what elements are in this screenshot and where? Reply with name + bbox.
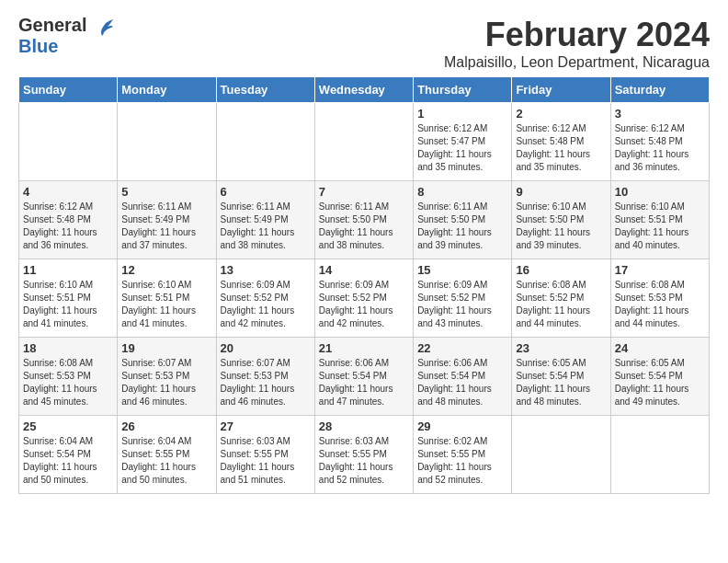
calendar-header-row: SundayMondayTuesdayWednesdayThursdayFrid… (19, 77, 710, 103)
day-info: Sunrise: 6:03 AM Sunset: 5:55 PM Dayligh… (319, 435, 409, 487)
calendar-cell: 4Sunrise: 6:12 AM Sunset: 5:48 PM Daylig… (19, 181, 118, 259)
day-info: Sunrise: 6:02 AM Sunset: 5:55 PM Dayligh… (417, 435, 507, 487)
calendar-cell: 2Sunrise: 6:12 AM Sunset: 5:48 PM Daylig… (512, 103, 610, 181)
day-info: Sunrise: 6:12 AM Sunset: 5:48 PM Dayligh… (516, 122, 606, 174)
calendar-week-row: 25Sunrise: 6:04 AM Sunset: 5:54 PM Dayli… (19, 416, 710, 494)
day-number: 9 (516, 185, 606, 199)
day-number: 5 (121, 185, 211, 199)
day-number: 28 (319, 419, 409, 433)
calendar-table: SundayMondayTuesdayWednesdayThursdayFrid… (18, 76, 710, 494)
day-number: 15 (417, 263, 507, 277)
day-number: 3 (615, 107, 705, 121)
day-info: Sunrise: 6:07 AM Sunset: 5:53 PM Dayligh… (121, 357, 211, 408)
day-info: Sunrise: 6:06 AM Sunset: 5:54 PM Dayligh… (319, 357, 409, 408)
day-number: 10 (615, 185, 705, 199)
calendar-week-row: 11Sunrise: 6:10 AM Sunset: 5:51 PM Dayli… (19, 259, 710, 338)
day-info: Sunrise: 6:11 AM Sunset: 5:50 PM Dayligh… (319, 201, 409, 252)
calendar-cell (118, 103, 216, 181)
calendar-cell: 3Sunrise: 6:12 AM Sunset: 5:48 PM Daylig… (610, 103, 709, 181)
day-info: Sunrise: 6:08 AM Sunset: 5:53 PM Dayligh… (615, 279, 705, 330)
calendar-cell: 23Sunrise: 6:05 AM Sunset: 5:54 PM Dayli… (512, 338, 610, 416)
day-info: Sunrise: 6:09 AM Sunset: 5:52 PM Dayligh… (221, 279, 311, 330)
day-info: Sunrise: 6:11 AM Sunset: 5:50 PM Dayligh… (417, 201, 507, 252)
day-number: 21 (319, 341, 409, 355)
calendar-cell: 24Sunrise: 6:05 AM Sunset: 5:54 PM Dayli… (610, 338, 709, 416)
calendar-week-row: 1Sunrise: 6:12 AM Sunset: 5:47 PM Daylig… (19, 103, 710, 181)
calendar-cell: 10Sunrise: 6:10 AM Sunset: 5:51 PM Dayli… (610, 181, 709, 259)
day-info: Sunrise: 6:10 AM Sunset: 5:51 PM Dayligh… (615, 201, 705, 252)
calendar-cell: 20Sunrise: 6:07 AM Sunset: 5:53 PM Dayli… (216, 338, 314, 416)
calendar-cell: 13Sunrise: 6:09 AM Sunset: 5:52 PM Dayli… (216, 259, 314, 338)
day-info: Sunrise: 6:10 AM Sunset: 5:51 PM Dayligh… (23, 279, 113, 330)
day-number: 22 (417, 341, 507, 355)
day-info: Sunrise: 6:12 AM Sunset: 5:48 PM Dayligh… (23, 201, 113, 252)
day-info: Sunrise: 6:10 AM Sunset: 5:50 PM Dayligh… (516, 201, 606, 252)
calendar-cell: 1Sunrise: 6:12 AM Sunset: 5:47 PM Daylig… (414, 103, 512, 181)
calendar-cell: 28Sunrise: 6:03 AM Sunset: 5:55 PM Dayli… (314, 416, 413, 494)
weekday-header: Sunday (19, 77, 118, 103)
calendar-cell: 29Sunrise: 6:02 AM Sunset: 5:55 PM Dayli… (414, 416, 512, 494)
weekday-header: Saturday (610, 77, 709, 103)
day-info: Sunrise: 6:08 AM Sunset: 5:52 PM Dayligh… (516, 279, 606, 330)
calendar-cell: 18Sunrise: 6:08 AM Sunset: 5:53 PM Dayli… (19, 338, 118, 416)
day-info: Sunrise: 6:11 AM Sunset: 5:49 PM Dayligh… (121, 201, 211, 252)
day-number: 4 (23, 185, 113, 199)
weekday-header: Monday (118, 77, 216, 103)
page-header: General Blue February 2024 Malpaisillo, … (18, 15, 710, 71)
day-info: Sunrise: 6:06 AM Sunset: 5:54 PM Dayligh… (417, 357, 507, 408)
day-number: 1 (417, 107, 507, 121)
calendar-cell (216, 103, 314, 181)
calendar-cell: 17Sunrise: 6:08 AM Sunset: 5:53 PM Dayli… (610, 259, 709, 338)
day-info: Sunrise: 6:08 AM Sunset: 5:53 PM Dayligh… (23, 357, 113, 408)
day-number: 24 (615, 341, 705, 355)
logo-blue: Blue (18, 36, 58, 56)
day-number: 20 (221, 341, 311, 355)
weekday-header: Wednesday (314, 77, 413, 103)
day-number: 7 (319, 185, 409, 199)
day-info: Sunrise: 6:12 AM Sunset: 5:48 PM Dayligh… (615, 122, 705, 174)
day-number: 26 (121, 419, 211, 433)
day-info: Sunrise: 6:09 AM Sunset: 5:52 PM Dayligh… (417, 279, 507, 330)
calendar-cell (314, 103, 413, 181)
day-number: 27 (221, 419, 311, 433)
calendar-cell: 9Sunrise: 6:10 AM Sunset: 5:50 PM Daylig… (512, 181, 610, 259)
calendar-cell (512, 416, 610, 494)
day-info: Sunrise: 6:05 AM Sunset: 5:54 PM Dayligh… (516, 357, 606, 408)
calendar-cell: 25Sunrise: 6:04 AM Sunset: 5:54 PM Dayli… (19, 416, 118, 494)
day-number: 13 (221, 263, 311, 277)
weekday-header: Tuesday (216, 77, 314, 103)
day-info: Sunrise: 6:12 AM Sunset: 5:47 PM Dayligh… (417, 122, 507, 174)
title-area: February 2024 Malpaisillo, Leon Departme… (444, 15, 710, 71)
day-number: 6 (221, 185, 311, 199)
logo-text: General (18, 15, 113, 36)
calendar-cell: 26Sunrise: 6:04 AM Sunset: 5:55 PM Dayli… (118, 416, 216, 494)
month-title: February 2024 (444, 15, 710, 54)
calendar-cell: 11Sunrise: 6:10 AM Sunset: 5:51 PM Dayli… (19, 259, 118, 338)
calendar-cell: 27Sunrise: 6:03 AM Sunset: 5:55 PM Dayli… (216, 416, 314, 494)
calendar-cell: 15Sunrise: 6:09 AM Sunset: 5:52 PM Dayli… (414, 259, 512, 338)
day-number: 14 (319, 263, 409, 277)
calendar-cell: 7Sunrise: 6:11 AM Sunset: 5:50 PM Daylig… (314, 181, 413, 259)
calendar-cell: 16Sunrise: 6:08 AM Sunset: 5:52 PM Dayli… (512, 259, 610, 338)
day-info: Sunrise: 6:04 AM Sunset: 5:54 PM Dayligh… (23, 435, 113, 487)
day-info: Sunrise: 6:09 AM Sunset: 5:52 PM Dayligh… (319, 279, 409, 330)
calendar-cell: 6Sunrise: 6:11 AM Sunset: 5:49 PM Daylig… (216, 181, 314, 259)
weekday-header: Thursday (414, 77, 512, 103)
calendar-cell: 8Sunrise: 6:11 AM Sunset: 5:50 PM Daylig… (414, 181, 512, 259)
calendar-week-row: 18Sunrise: 6:08 AM Sunset: 5:53 PM Dayli… (19, 338, 710, 416)
day-number: 12 (121, 263, 211, 277)
logo: General Blue (18, 15, 113, 56)
day-info: Sunrise: 6:04 AM Sunset: 5:55 PM Dayligh… (121, 435, 211, 487)
calendar-cell: 22Sunrise: 6:06 AM Sunset: 5:54 PM Dayli… (414, 338, 512, 416)
day-number: 11 (23, 263, 113, 277)
calendar-cell: 5Sunrise: 6:11 AM Sunset: 5:49 PM Daylig… (118, 181, 216, 259)
day-number: 16 (516, 263, 606, 277)
day-number: 29 (417, 419, 507, 433)
day-number: 17 (615, 263, 705, 277)
calendar-week-row: 4Sunrise: 6:12 AM Sunset: 5:48 PM Daylig… (19, 181, 710, 259)
calendar-cell: 14Sunrise: 6:09 AM Sunset: 5:52 PM Dayli… (314, 259, 413, 338)
day-number: 2 (516, 107, 606, 121)
day-info: Sunrise: 6:11 AM Sunset: 5:49 PM Dayligh… (221, 201, 311, 252)
day-info: Sunrise: 6:10 AM Sunset: 5:51 PM Dayligh… (121, 279, 211, 330)
day-number: 25 (23, 419, 113, 433)
